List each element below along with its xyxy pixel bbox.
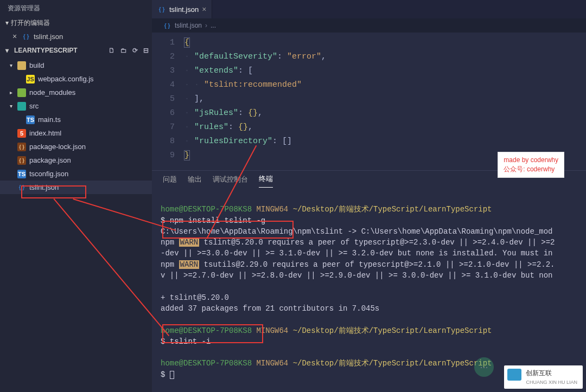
tab-label: tslint.json [169, 5, 199, 14]
new-file-icon[interactable]: 🗋 [109, 47, 115, 54]
explorer-sidebar: 资源管理器 ▾ 打开的编辑器 × { } tslint.json ▾ LEARN… [0, 0, 152, 392]
chat-icon[interactable] [474, 357, 494, 377]
chevron-icon: ▾ [8, 62, 14, 68]
chevron-icon: ▸ [8, 89, 14, 95]
tree-item-build[interactable]: ▾build [0, 59, 152, 72]
tslint-icon: { } [163, 21, 171, 30]
project-name: LEARNTYPESCRIPT [14, 47, 78, 54]
cursor [170, 371, 174, 379]
file-icon [17, 61, 26, 70]
tslint-icon: { } [157, 5, 166, 14]
sidebar-title: 资源管理器 [0, 0, 152, 16]
project-header[interactable]: ▾ LEARNTYPESCRIPT 🗋 🗀 ⟳ ⊟ [0, 43, 152, 57]
chevron-icon: ▾ [8, 103, 14, 109]
open-editor-item[interactable]: × { } tslint.json [0, 29, 152, 43]
refresh-icon[interactable]: ⟳ [132, 47, 138, 54]
file-icon: { } [17, 183, 26, 192]
breadcrumb-dots: ... [211, 22, 216, 29]
file-icon [17, 102, 26, 111]
terminal[interactable]: home@DESKTOP-7P08KS8 MINGW64 ~/Desktop/前… [152, 188, 586, 392]
tree-label: node_modules [29, 88, 75, 97]
file-icon: { } [17, 143, 26, 151]
tree-item-package-lock-json[interactable]: { }package-lock.json [0, 140, 152, 153]
tree-item-main-ts[interactable]: TSmain.ts [0, 113, 152, 126]
breadcrumb-file: tslint.json [175, 22, 202, 29]
open-editors-header[interactable]: ▾ 打开的编辑器 [0, 16, 152, 29]
panel-tab-0[interactable]: 问题 [163, 175, 177, 188]
tree-item-src[interactable]: ▾src [0, 99, 152, 113]
tree-label: src [29, 102, 39, 110]
panel-tab-2[interactable]: 调试控制台 [213, 175, 248, 188]
tree-label: build [29, 61, 44, 69]
tab-close-icon[interactable]: × [202, 5, 206, 14]
open-editors-label: 打开的编辑器 [11, 18, 50, 28]
file-icon: 5 [17, 129, 26, 138]
logo-badge: 创新互联CHUANG XIN HU LIAN [504, 365, 583, 389]
file-icon: TS [17, 170, 26, 178]
tree-label: main.ts [38, 115, 61, 124]
tree-item-package-json[interactable]: { }package.json [0, 153, 152, 167]
close-icon[interactable]: × [11, 32, 18, 41]
new-folder-icon[interactable]: 🗀 [120, 47, 127, 54]
watermark: made by coderwhy 公众号: coderwhy [498, 152, 564, 178]
project-actions: 🗋 🗀 ⟳ ⊟ [109, 47, 149, 54]
tab-tslint[interactable]: { } tslint.json × [152, 0, 212, 18]
line-numbers: 123456789 [152, 33, 184, 163]
tree-label: package.json [29, 156, 71, 164]
tree-item-index-html[interactable]: 5index.html [0, 126, 152, 140]
tree-label: index.html [29, 129, 61, 137]
chevron-right-icon: › [205, 22, 207, 29]
collapse-icon[interactable]: ⊟ [143, 47, 149, 54]
tree-label: package-lock.json [29, 143, 86, 151]
chevron-down-icon: ▾ [3, 47, 11, 54]
code-editor[interactable]: 123456789 { · "defaultSeverity": "error"… [152, 33, 586, 170]
open-editor-file: tslint.json [34, 33, 63, 41]
code-content: { · "defaultSeverity": "error", · "exten… [184, 33, 326, 163]
tree-label: tsconfig.json [29, 170, 68, 178]
tree-item-node-modules[interactable]: ▸node_modules [0, 86, 152, 99]
tslint-icon: { } [22, 32, 30, 41]
file-tree: ▾buildJSwebpack.config.js▸node_modules▾s… [0, 57, 152, 194]
tree-item-tslint-json[interactable]: { }tslint.json [0, 181, 152, 194]
main-area: { } tslint.json × { } tslint.json › ... … [152, 0, 586, 392]
chevron-down-icon: ▾ [3, 19, 11, 27]
tree-label: tslint.json [29, 183, 59, 191]
file-icon [17, 88, 26, 97]
panel-tab-1[interactable]: 输出 [188, 175, 202, 188]
file-icon: JS [26, 75, 35, 83]
tab-bar: { } tslint.json × [152, 0, 586, 18]
file-icon: { } [17, 156, 26, 165]
tree-item-tsconfig-json[interactable]: TStsconfig.json [0, 167, 152, 181]
panel-tab-3[interactable]: 终端 [259, 174, 273, 188]
tree-item-webpack-config-js[interactable]: JSwebpack.config.js [0, 72, 152, 86]
breadcrumb[interactable]: { } tslint.json › ... [152, 18, 586, 33]
tree-label: webpack.config.js [38, 75, 94, 83]
file-icon: TS [26, 115, 35, 124]
